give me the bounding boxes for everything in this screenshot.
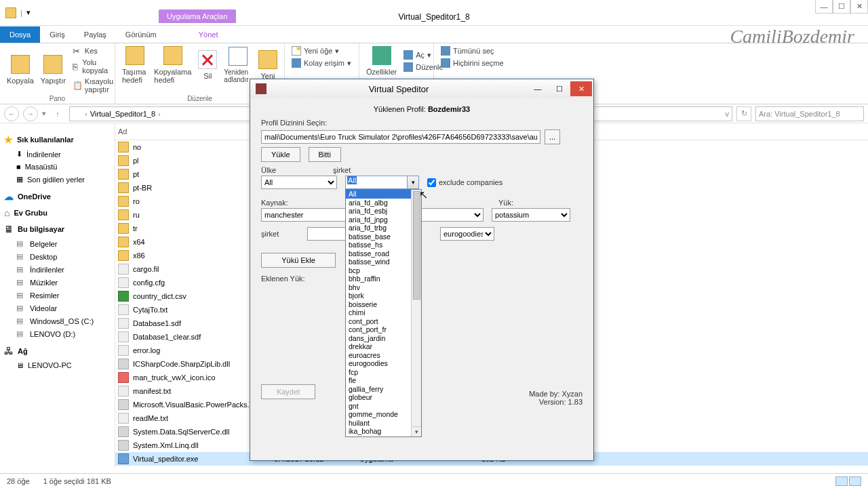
dialog-maximize-button[interactable]: ☐ xyxy=(549,81,570,96)
nav-back-button[interactable]: ← xyxy=(4,106,19,121)
scrollbar-down-button[interactable] xyxy=(412,426,421,436)
nav-downloads[interactable]: ⬇İndirilenler xyxy=(4,148,111,161)
dropdown-option[interactable]: globeur xyxy=(346,393,421,402)
dropdown-option[interactable]: ika_bohag xyxy=(346,427,421,436)
properties-button[interactable]: Özellikler xyxy=(366,46,397,76)
nav-up-button[interactable]: ↑ xyxy=(50,106,65,121)
view-icons-button[interactable] xyxy=(849,476,861,486)
profile-path-input[interactable] xyxy=(261,130,540,144)
nav-desktop[interactable]: ■Masaüstü xyxy=(4,161,111,173)
source-company-input[interactable] xyxy=(307,227,347,241)
dialog-close-button[interactable]: ✕ xyxy=(570,81,592,96)
view-details-button[interactable] xyxy=(835,476,848,486)
nav-item[interactable]: Belgeler xyxy=(4,237,111,250)
minimize-button[interactable]: — xyxy=(815,0,833,14)
new-button[interactable]: Yeni xyxy=(258,50,277,80)
paste-shortcut-button[interactable]: Kısayolu yapıştır xyxy=(73,77,113,94)
company-dropdown-button[interactable] xyxy=(408,176,419,189)
company-combobox[interactable]: All Allaria_fd_albgaria_fd_esbjaria_fd_j… xyxy=(345,176,419,189)
tab-manage[interactable]: Yönet xyxy=(189,26,228,43)
nav-network[interactable]: 🖧Ağ xyxy=(4,346,111,357)
nav-item[interactable]: Videolar xyxy=(4,302,111,314)
dropdown-option[interactable]: All xyxy=(346,190,421,199)
paste-button[interactable]: Yapıştır xyxy=(41,55,66,85)
nav-thispc[interactable]: 🖥Bu bilgisayar xyxy=(4,224,111,235)
refresh-button[interactable]: ↻ xyxy=(736,106,751,121)
nav-history-button[interactable]: ▾ xyxy=(42,109,46,118)
load-button[interactable]: Yükle xyxy=(261,147,300,162)
company-input[interactable]: All xyxy=(345,176,408,189)
breadcrumb-segment[interactable]: Virtual_Speditor1_8 xyxy=(90,110,155,118)
dropdown-option[interactable]: aria_fd_trbg xyxy=(346,224,421,232)
copy-to-button[interactable]: Kopyalama hedefi xyxy=(154,46,191,84)
dropdown-option[interactable]: batisse_wind xyxy=(346,258,421,266)
browse-button[interactable]: ... xyxy=(545,129,560,144)
dropdown-option[interactable]: gomme_monde xyxy=(346,410,421,419)
dropdown-scrollbar[interactable] xyxy=(411,190,421,436)
rename-button[interactable]: Yeniden adlandır xyxy=(224,47,252,83)
tab-file[interactable]: Dosya xyxy=(0,26,40,43)
close-button[interactable]: ✕ xyxy=(850,0,868,14)
easy-access-button[interactable]: Kolay erişim ▾ xyxy=(292,58,351,68)
nav-item[interactable]: LENOVO (D:) xyxy=(4,327,111,340)
tab-home[interactable]: Giriş xyxy=(40,26,75,43)
qat-down[interactable]: ▾ xyxy=(26,8,31,17)
delete-button[interactable]: Sil xyxy=(198,50,217,80)
dropdown-option[interactable]: batisse_hs xyxy=(346,241,421,249)
select-none-button[interactable]: Hiçbirini seçme xyxy=(441,58,504,68)
copy-button[interactable]: Kopyala xyxy=(7,55,34,85)
move-to-button[interactable]: Taşıma hedefi xyxy=(122,46,147,84)
dest-company-select[interactable]: eurogoodies xyxy=(440,227,494,241)
dropdown-option[interactable]: aria_fd_albg xyxy=(346,199,421,207)
dropdown-option[interactable]: bjork xyxy=(346,291,421,300)
nav-item[interactable]: Müzikler xyxy=(4,276,111,289)
dropdown-option[interactable]: dans_jardin xyxy=(346,334,421,343)
dialog-minimize-button[interactable]: — xyxy=(527,81,549,96)
dropdown-option[interactable]: huilant xyxy=(346,419,421,428)
dropdown-option[interactable]: fcp xyxy=(346,368,421,377)
nav-item[interactable]: İndirilenler xyxy=(4,263,111,276)
dropdown-option[interactable]: chimi xyxy=(346,308,421,317)
dropdown-option[interactable]: gallia_ferry xyxy=(346,385,421,394)
nav-homegroup[interactable]: ⌂Ev Grubu xyxy=(4,207,111,218)
cargo-select[interactable]: potassium xyxy=(492,208,570,222)
add-cargo-button[interactable]: Yükü Ekle xyxy=(261,253,336,268)
nav-item[interactable]: Windows8_OS (C:) xyxy=(4,314,111,327)
nav-item[interactable]: 🖥LENOVO-PC xyxy=(4,359,111,371)
exclude-companies-checkbox[interactable]: exclude companies xyxy=(427,178,502,187)
dropdown-option[interactable]: euroacres xyxy=(346,351,421,360)
dropdown-option[interactable]: bcp xyxy=(346,266,421,275)
dropdown-option[interactable]: aria_fd_esbj xyxy=(346,207,421,216)
nav-recent[interactable]: ▦Son gidilen yerler xyxy=(4,173,111,186)
dropdown-option[interactable]: bhv xyxy=(346,283,421,292)
search-input[interactable]: Ara: Virtual_Speditor1_8 xyxy=(755,106,864,121)
dropdown-option[interactable]: fle xyxy=(346,376,421,385)
dropdown-option[interactable]: batisse_base xyxy=(346,232,421,241)
new-item-button[interactable]: Yeni öğe ▾ xyxy=(292,46,339,56)
dropdown-option[interactable]: aria_fd_jnpg xyxy=(346,216,421,224)
maximize-button[interactable]: ☐ xyxy=(833,0,850,14)
dropdown-option[interactable]: batisse_road xyxy=(346,249,421,258)
dropdown-option[interactable]: itcc xyxy=(346,436,421,438)
dropdown-option[interactable]: eurogoodies xyxy=(346,359,421,368)
dropdown-option[interactable]: cont_port_fr xyxy=(346,325,421,334)
nav-favorites-header[interactable]: ★Sık kullanılanlar xyxy=(4,134,111,145)
nav-onedrive[interactable]: ☁OneDrive xyxy=(4,191,111,202)
nav-item[interactable]: Resimler xyxy=(4,289,111,302)
dropdown-option[interactable]: bhb_raffin xyxy=(346,274,421,283)
dropdown-option[interactable]: cont_port xyxy=(346,317,421,326)
dropdown-option[interactable]: boisserie xyxy=(346,300,421,309)
cut-button[interactable]: Kes xyxy=(73,46,113,56)
scrollbar-thumb[interactable] xyxy=(413,191,420,300)
country-select[interactable]: All xyxy=(261,176,337,189)
dropdown-option[interactable]: drekkar xyxy=(346,342,421,351)
nav-forward-button[interactable]: → xyxy=(23,106,38,121)
copy-path-button[interactable]: Yolu kopyala xyxy=(73,58,113,75)
exclude-checkbox-input[interactable] xyxy=(427,178,436,187)
select-all-button[interactable]: Tümünü seç xyxy=(441,46,494,56)
breadcrumb-dropdown[interactable]: v xyxy=(726,110,730,118)
done-button[interactable]: Bitti xyxy=(309,147,341,162)
source-input[interactable] xyxy=(261,208,347,222)
tab-share[interactable]: Paylaş xyxy=(75,26,116,43)
tab-view[interactable]: Görünüm xyxy=(116,26,166,43)
